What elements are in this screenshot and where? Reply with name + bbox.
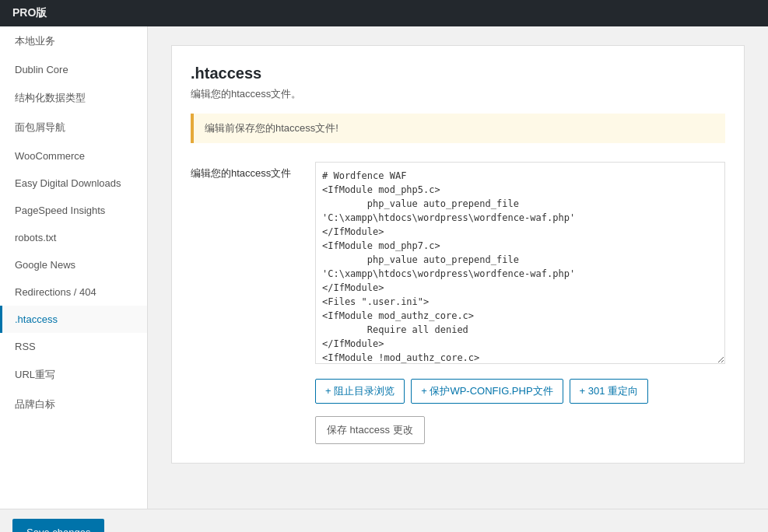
action-buttons: + 阻止目录浏览 + 保护WP-CONFIG.PHP文件 + 301 重定向 bbox=[315, 379, 725, 404]
editor-label: 编辑您的htaccess文件 bbox=[191, 162, 315, 180]
sidebar-item-htaccess[interactable]: .htaccess bbox=[0, 306, 147, 333]
block-dir-button[interactable]: + 阻止目录浏览 bbox=[315, 379, 405, 404]
warning-box: 编辑前保存您的htaccess文件! bbox=[191, 114, 725, 143]
editor-row: 编辑您的htaccess文件 bbox=[191, 162, 725, 366]
sidebar-item-dublin-core[interactable]: Dublin Core bbox=[0, 56, 147, 83]
warning-text: 编辑前保存您的htaccess文件! bbox=[205, 122, 338, 134]
main-content: .htaccess 编辑您的htaccess文件。 编辑前保存您的htacces… bbox=[148, 26, 768, 509]
sidebar-item-structured-data[interactable]: 结构化数据类型 bbox=[0, 83, 147, 113]
sidebar-item-local-business[interactable]: 本地业务 bbox=[0, 26, 147, 56]
editor-wrap bbox=[315, 162, 725, 366]
protect-config-button[interactable]: + 保护WP-CONFIG.PHP文件 bbox=[411, 379, 563, 404]
sidebar-item-url-rewrite[interactable]: URL重写 bbox=[0, 360, 147, 390]
htaccess-textarea[interactable] bbox=[315, 162, 725, 364]
page-title: .htaccess bbox=[191, 65, 725, 82]
sidebar-item-redirections[interactable]: Redirections / 404 bbox=[0, 278, 147, 306]
page-subtitle: 编辑您的htaccess文件。 bbox=[191, 87, 725, 101]
redirect-301-button[interactable]: + 301 重定向 bbox=[570, 379, 649, 404]
save-htaccess-button[interactable]: 保存 htaccess 更改 bbox=[315, 416, 425, 444]
save-changes-button[interactable]: Save changes bbox=[12, 519, 104, 532]
top-bar: PRO版 bbox=[0, 0, 768, 26]
content-box: .htaccess 编辑您的htaccess文件。 编辑前保存您的htacces… bbox=[171, 45, 745, 464]
sidebar-item-google-news[interactable]: Google News bbox=[0, 251, 147, 278]
sidebar-item-breadcrumb-nav[interactable]: 面包屑导航 bbox=[0, 113, 147, 142]
save-htaccess-row: 保存 htaccess 更改 bbox=[191, 416, 725, 444]
sidebar-item-easy-digital[interactable]: Easy Digital Downloads bbox=[0, 170, 147, 197]
sidebar-item-rss[interactable]: RSS bbox=[0, 333, 147, 360]
sidebar: 本地业务Dublin Core结构化数据类型面包屑导航WooCommerceEa… bbox=[0, 26, 148, 509]
bottom-bar: Save changes bbox=[0, 509, 768, 532]
app-title: PRO版 bbox=[12, 6, 47, 19]
sidebar-item-woocommerce[interactable]: WooCommerce bbox=[0, 142, 147, 170]
sidebar-item-pagespeed[interactable]: PageSpeed Insights bbox=[0, 197, 147, 224]
sidebar-item-brand-white[interactable]: 品牌白标 bbox=[0, 390, 147, 419]
sidebar-item-robots[interactable]: robots.txt bbox=[0, 224, 147, 251]
